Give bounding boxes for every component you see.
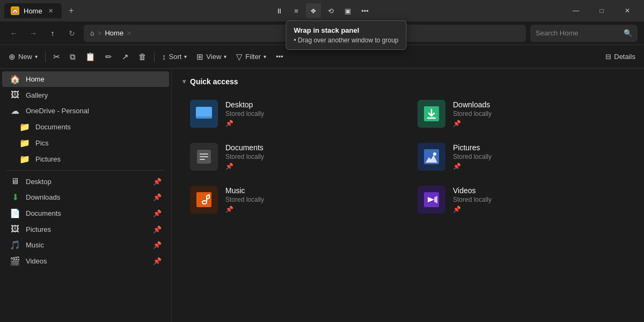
nav-back-btn[interactable]: ← — [6, 26, 21, 41]
folder-info-videos: Videos Stored locally 📌 — [453, 186, 492, 213]
sidebar-item-documents-od[interactable]: 📁 Documents — [2, 119, 169, 135]
view-chevron: ▾ — [224, 54, 226, 60]
snap-btn[interactable]: ▣ — [340, 3, 355, 18]
nav-refresh-btn[interactable]: ↻ — [64, 26, 79, 41]
view-btn[interactable]: ⊞ View ▾ — [192, 49, 231, 64]
folder-sub-documents: Stored locally — [225, 153, 264, 160]
sidebar-item-gallery-label: Gallery — [26, 91, 48, 99]
add-tab-btn[interactable]: + — [64, 3, 79, 18]
folder-name-pictures: Pictures — [453, 143, 492, 152]
cut-icon: ✂ — [53, 52, 60, 62]
folder-icon-3: 📁 — [19, 154, 30, 164]
sync-btn[interactable]: ⟲ — [323, 3, 338, 18]
filter-chevron: ▾ — [264, 54, 266, 60]
sidebar-item-pics[interactable]: 📁 Pics — [2, 135, 169, 151]
sidebar-divider — [6, 170, 165, 171]
quick-access-grid: Desktop Stored locally 📌 Downloads Store — [182, 94, 633, 219]
tab-home[interactable]: 🏠 Home ✕ — [4, 3, 62, 18]
copy-btn[interactable]: ⧉ — [65, 49, 80, 64]
folder-sub-videos: Stored locally — [453, 196, 492, 203]
folder-card-pictures[interactable]: Pictures Stored locally 📌 — [410, 137, 633, 176]
sidebar-item-downloads[interactable]: ⬇ Downloads 📌 — [2, 189, 169, 205]
more-title-btn[interactable]: ••• — [357, 3, 372, 18]
current-path-label: Home — [105, 29, 123, 37]
folder-card-desktop[interactable]: Desktop Stored locally 📌 — [182, 94, 406, 133]
sort-icon: ↕ — [162, 52, 166, 61]
delete-btn[interactable]: 🗑 — [134, 49, 151, 64]
maximize-btn[interactable]: □ — [589, 3, 614, 19]
paste-btn[interactable]: 📋 — [81, 49, 100, 64]
sidebar-item-pictures[interactable]: 🖼 Pictures 📌 — [2, 222, 169, 237]
home-icon: ⌂ — [90, 29, 94, 37]
title-bar: 🏠 Home ✕ + ⏸ ≡ ❖ ⟲ ▣ ••• — □ ✕ Wrap in s… — [0, 0, 644, 21]
toolbar-sep-1 — [45, 52, 46, 62]
more-toolbar-btn[interactable]: ••• — [272, 50, 288, 63]
videos-pin-icon: 📌 — [153, 257, 162, 265]
downloads-sidebar-icon: ⬇ — [10, 192, 20, 202]
details-btn[interactable]: ⊟ Details — [601, 50, 640, 63]
folder-card-videos[interactable]: Videos Stored locally 📌 — [410, 180, 633, 219]
quick-access-header[interactable]: ▾ Quick access — [182, 77, 633, 86]
folder-pin-pictures: 📌 — [453, 163, 492, 170]
stack-panel-btn[interactable]: ❖ — [306, 3, 321, 18]
sidebar-item-downloads-label: Downloads — [26, 193, 60, 201]
sidebar-item-onedrive[interactable]: ☁ OneDrive - Personal — [2, 103, 169, 119]
sidebar-item-pics-label: Pics — [35, 139, 49, 147]
home-sidebar-icon: 🏠 — [10, 74, 20, 84]
tooltip-desc: • Drag over another window to group — [294, 36, 399, 44]
downloads-pin-icon: 📌 — [153, 193, 162, 201]
sort-label: Sort — [169, 53, 182, 61]
cut-btn[interactable]: ✂ — [49, 49, 64, 64]
share-btn[interactable]: ↗ — [118, 49, 133, 64]
paste-icon: 📋 — [85, 52, 96, 62]
nav-forward-btn[interactable]: → — [26, 26, 41, 41]
sidebar-item-desktop-label: Desktop — [26, 178, 52, 186]
folder-name-downloads: Downloads — [453, 100, 492, 109]
sidebar-item-music[interactable]: 🎵 Music 📌 — [2, 237, 169, 253]
sidebar-item-pictures-od[interactable]: 📁 Pictures — [2, 151, 169, 167]
folder-card-documents[interactable]: Documents Stored locally 📌 — [182, 137, 406, 176]
rename-btn[interactable]: ✏ — [101, 49, 116, 64]
share-icon: ↗ — [122, 52, 129, 62]
more-icon: ••• — [276, 53, 283, 61]
folder-sub-desktop: Stored locally — [225, 110, 264, 118]
sort-chevron: ▾ — [184, 54, 187, 60]
new-icon: ⊕ — [9, 52, 16, 62]
music-sidebar-icon: 🎵 — [10, 240, 20, 250]
minimize-btn[interactable]: — — [564, 3, 588, 19]
videos-sidebar-icon: 🎬 — [10, 256, 20, 266]
sidebar-item-videos[interactable]: 🎬 Videos 📌 — [2, 253, 169, 269]
folder-pin-videos: 📌 — [453, 206, 492, 213]
sidebar-item-desktop[interactable]: 🖥 Desktop 📌 — [2, 174, 169, 189]
new-btn[interactable]: ⊕ New ▾ — [4, 49, 42, 64]
sidebar-item-music-label: Music — [26, 241, 44, 249]
folder-info-desktop: Desktop Stored locally 📌 — [225, 100, 264, 127]
view-label: View — [206, 53, 221, 61]
sort-btn[interactable]: ↕ Sort ▾ — [158, 49, 191, 64]
folder-name-desktop: Desktop — [225, 100, 264, 109]
sidebar-item-home[interactable]: 🏠 Home — [2, 71, 169, 87]
main-layout: 🏠 Home 🖼 Gallery ☁ OneDrive - Personal 📁… — [0, 69, 644, 322]
close-btn[interactable]: ✕ — [615, 3, 640, 19]
folder-icon-1: 📁 — [19, 122, 30, 132]
desktop-pin-icon: 📌 — [153, 178, 162, 186]
tab-close-btn[interactable]: ✕ — [47, 6, 55, 15]
sidebar-item-pictures-od-label: Pictures — [35, 155, 61, 163]
sidebar-item-documents[interactable]: 📄 Documents 📌 — [2, 206, 169, 221]
details-label: Details — [614, 53, 635, 61]
desktop-sidebar-icon: 🖥 — [10, 177, 20, 186]
folder-card-downloads[interactable]: Downloads Stored locally 📌 — [410, 94, 633, 133]
folder-card-music[interactable]: Music Stored locally 📌 — [182, 180, 406, 219]
window-controls: — □ ✕ — [564, 3, 640, 19]
filter-btn[interactable]: ▽ Filter ▾ — [232, 49, 270, 64]
section-chevron-icon[interactable]: ▾ — [182, 78, 186, 85]
folder-info-documents: Documents Stored locally 📌 — [225, 143, 264, 170]
nav-up-btn[interactable]: ↑ — [45, 26, 60, 41]
music-pin-icon: 📌 — [153, 241, 162, 249]
folder-thumb-pictures — [418, 143, 445, 171]
search-box[interactable]: Search Home 🔍 — [530, 25, 638, 42]
menu-btn[interactable]: ≡ — [289, 3, 304, 18]
pause-btn[interactable]: ⏸ — [272, 3, 287, 18]
search-placeholder: Search Home — [536, 29, 578, 37]
sidebar-item-gallery[interactable]: 🖼 Gallery — [2, 87, 169, 103]
